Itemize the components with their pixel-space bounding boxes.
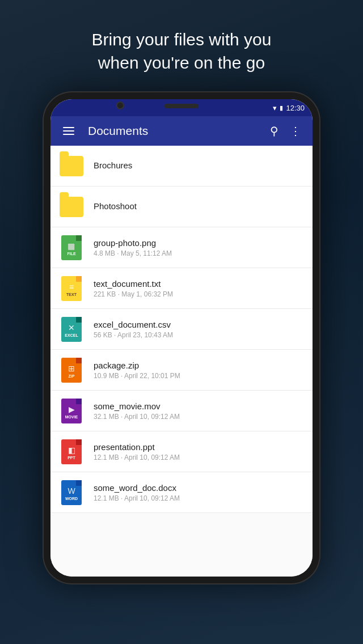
item-name: excel_document.csv [94, 320, 303, 329]
item-name: some_movie.mov [94, 401, 303, 411]
file-icon-container: ▶ Movie [60, 398, 83, 424]
item-info: package.zip 10.9 MB · April 22, 10:01 PM [94, 361, 303, 380]
folder-icon [60, 194, 83, 220]
phone-camera [116, 101, 124, 109]
phone-speaker [164, 104, 199, 108]
item-info: presentation.ppt 12.1 MB · April 10, 09:… [94, 442, 303, 461]
list-item[interactable]: Brochures [50, 146, 313, 187]
tagline-line1: Bring your files with you [92, 30, 272, 49]
file-icon: ≡ Text [61, 276, 82, 301]
file-icon-container: ▦ File [60, 235, 83, 261]
phone-device: ▾ ▮ 12:30 Documents ⚲ ⋮ [43, 91, 320, 584]
toolbar-title: Documents [88, 124, 267, 138]
toolbar-actions: ⚲ ⋮ [267, 121, 305, 141]
item-name: Photoshoot [94, 201, 303, 211]
battery-icon: ▮ [280, 104, 283, 112]
list-item[interactable]: ◧ PPT presentation.ppt 12.1 MB · April 1… [50, 431, 313, 472]
file-icon-container: ✕ Excel [60, 316, 83, 342]
list-item[interactable]: ⊞ ZIP package.zip 10.9 MB · April 22, 10… [50, 350, 313, 391]
item-meta: 56 KB · April 23, 10:43 AM [94, 331, 303, 339]
list-item[interactable]: ▦ File group-photo.png 4.8 MB · May 5, 1… [50, 227, 313, 268]
item-info: some_movie.mov 32.1 MB · April 10, 09:12… [94, 401, 303, 421]
more-options-button[interactable]: ⋮ [286, 121, 305, 141]
item-name: presentation.ppt [94, 442, 303, 452]
menu-line-1 [63, 127, 74, 128]
item-info: Brochures [94, 160, 303, 172]
hamburger-menu-button[interactable] [58, 122, 79, 139]
item-info: group-photo.png 4.8 MB · May 5, 11:12 AM [94, 238, 303, 257]
search-button[interactable]: ⚲ [267, 121, 282, 141]
item-meta: 12.1 MB · April 10, 09:12 AM [94, 454, 303, 461]
list-item[interactable]: ✕ Excel excel_document.csv 56 KB · April… [50, 309, 313, 350]
list-item[interactable]: W Word some_word_doc.docx 12.1 MB · Apri… [50, 472, 313, 513]
file-icon: ✕ Excel [61, 317, 82, 342]
file-list: Brochures Photoshoot ▦ File [50, 146, 313, 577]
item-meta: 221 KB · May 1, 06:32 PM [94, 290, 303, 298]
status-icons: ▾ ▮ 12:30 [273, 104, 305, 112]
menu-line-3 [63, 134, 74, 135]
item-name: package.zip [94, 361, 303, 370]
item-info: text_document.txt 221 KB · May 1, 06:32 … [94, 279, 303, 298]
item-meta: 12.1 MB · April 10, 09:12 AM [94, 494, 303, 502]
phone-screen: ▾ ▮ 12:30 Documents ⚲ ⋮ [50, 99, 313, 577]
list-item[interactable]: Photoshoot [50, 187, 313, 227]
file-icon-container: ≡ Text [60, 276, 83, 302]
list-item[interactable]: ≡ Text text_document.txt 221 KB · May 1,… [50, 268, 313, 309]
file-icon-container: ◧ PPT [60, 439, 83, 465]
item-info: Photoshoot [94, 201, 303, 213]
file-icon-container: W Word [60, 480, 83, 506]
item-meta: 10.9 MB · April 22, 10:01 PM [94, 372, 303, 380]
file-icon: ⊞ ZIP [61, 358, 82, 383]
file-icon: ▦ File [61, 235, 82, 260]
menu-line-2 [63, 130, 74, 132]
item-meta: 4.8 MB · May 5, 11:12 AM [94, 249, 303, 257]
list-item[interactable]: ▶ Movie some_movie.mov 32.1 MB · April 1… [50, 391, 313, 431]
file-icon-container: ⊞ ZIP [60, 357, 83, 383]
clock: 12:30 [286, 104, 305, 112]
item-name: text_document.txt [94, 279, 303, 289]
item-info: excel_document.csv 56 KB · April 23, 10:… [94, 320, 303, 339]
item-name: group-photo.png [94, 238, 303, 248]
file-icon: W Word [61, 480, 82, 505]
file-icon: ◧ PPT [61, 439, 82, 464]
item-meta: 32.1 MB · April 10, 09:12 AM [94, 413, 303, 421]
app-toolbar: Documents ⚲ ⋮ [50, 116, 313, 146]
tagline-line2: when you're on the go [98, 53, 265, 72]
folder-icon [60, 153, 83, 179]
file-icon: ▶ Movie [61, 399, 82, 423]
wifi-icon: ▾ [273, 104, 277, 112]
tagline: Bring your files with you when you're on… [47, 0, 317, 91]
item-name: Brochures [94, 160, 303, 170]
item-info: some_word_doc.docx 12.1 MB · April 10, 0… [94, 483, 303, 502]
item-name: some_word_doc.docx [94, 483, 303, 493]
